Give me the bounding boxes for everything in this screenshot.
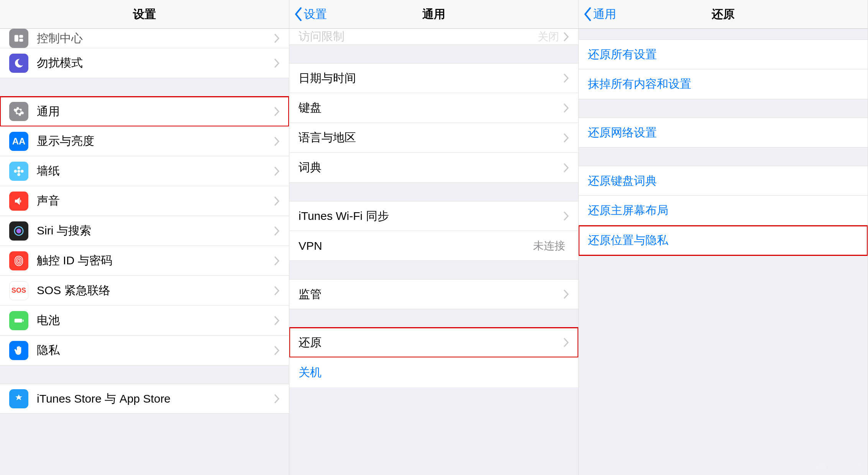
moon-icon: [9, 54, 28, 73]
chevron-right-icon: [274, 136, 280, 146]
row-label: 语言与地区: [299, 130, 563, 146]
spacer: [0, 78, 289, 97]
row-label: 还原位置与隐私: [588, 233, 858, 248]
settings-list: 控制中心 勿扰模式 通用 AA 显示与亮度: [0, 29, 289, 475]
back-label: 设置: [304, 7, 327, 22]
row-profiles[interactable]: 监管: [289, 279, 578, 309]
chevron-right-icon: [274, 106, 280, 116]
appstore-icon: [9, 389, 28, 408]
navbar-reset: 通用 还原: [579, 0, 868, 29]
row-label: 声音: [37, 193, 274, 209]
reset-list: 还原所有设置 抹掉所有内容和设置 还原网络设置 还原键盘词典 还原主屏幕布局 还…: [579, 29, 868, 475]
row-label: iTunes Wi-Fi 同步: [299, 208, 563, 224]
row-sounds[interactable]: 声音: [0, 186, 289, 216]
row-language-region[interactable]: 语言与地区: [289, 123, 578, 153]
spacer: [0, 365, 289, 384]
row-restrictions-partial[interactable]: 访问限制 关闭: [289, 29, 578, 45]
chevron-left-icon: [294, 7, 302, 21]
navbar-general: 设置 通用: [289, 0, 578, 29]
fingerprint-icon: [9, 251, 28, 270]
svg-point-9: [16, 228, 21, 233]
hand-icon: [9, 341, 28, 360]
spacer: [579, 147, 868, 166]
row-general[interactable]: 通用: [0, 97, 289, 126]
row-itunes-appstore[interactable]: iTunes Store 与 App Store: [0, 384, 289, 414]
row-label: VPN: [299, 239, 533, 252]
spacer: [579, 29, 868, 39]
row-reset[interactable]: 还原: [289, 328, 578, 357]
row-dictionary[interactable]: 词典: [289, 153, 578, 183]
svg-rect-1: [19, 35, 23, 38]
sos-icon: SOS: [9, 281, 28, 300]
row-label: 墙纸: [37, 163, 274, 179]
row-control-center[interactable]: 控制中心: [0, 29, 289, 48]
spacer: [289, 183, 578, 201]
chevron-right-icon: [274, 58, 280, 68]
row-label: 还原所有设置: [588, 47, 858, 62]
svg-point-7: [21, 170, 24, 173]
row-itunes-wifi-sync[interactable]: iTunes Wi-Fi 同步: [289, 201, 578, 231]
row-siri[interactable]: Siri 与搜索: [0, 216, 289, 246]
row-label: 关机: [299, 365, 569, 380]
svg-point-6: [14, 170, 17, 173]
svg-rect-11: [23, 319, 24, 321]
row-erase-all[interactable]: 抹掉所有内容和设置: [579, 69, 868, 99]
row-date-time[interactable]: 日期与时间: [289, 63, 578, 93]
row-sos[interactable]: SOS SOS 紧急联络: [0, 276, 289, 306]
svg-point-4: [17, 166, 20, 169]
nav-title: 还原: [712, 7, 735, 22]
row-label: 隐私: [37, 342, 274, 358]
chevron-right-icon: [274, 316, 280, 326]
row-dnd[interactable]: 勿扰模式: [0, 48, 289, 78]
row-label: 访问限制: [299, 29, 538, 44]
row-battery[interactable]: 电池: [0, 306, 289, 336]
panel-general: 设置 通用 访问限制 关闭 日期与时间 键盘 语言与地区: [289, 0, 579, 475]
nav-title: 通用: [422, 7, 445, 22]
row-value: 未连接: [533, 239, 565, 253]
row-label: 还原: [299, 335, 563, 351]
chevron-right-icon: [274, 286, 280, 296]
battery-icon: [9, 311, 28, 330]
row-vpn[interactable]: VPN 未连接: [289, 231, 578, 261]
row-label: 通用: [37, 104, 274, 120]
row-privacy[interactable]: 隐私: [0, 336, 289, 365]
row-label: 键盘: [299, 100, 563, 116]
row-reset-network[interactable]: 还原网络设置: [579, 118, 868, 147]
svg-point-3: [17, 170, 20, 173]
row-value: 关闭: [538, 29, 559, 44]
row-label: 还原网络设置: [588, 125, 858, 141]
speaker-icon: [9, 192, 28, 211]
row-label: 词典: [299, 160, 563, 175]
row-label: 控制中心: [37, 31, 274, 46]
chevron-right-icon: [563, 211, 569, 221]
panel-reset: 通用 还原 还原所有设置 抹掉所有内容和设置 还原网络设置 还原键盘词典 还原主…: [579, 0, 868, 475]
back-button[interactable]: 通用: [583, 0, 616, 28]
control-center-icon: [9, 29, 28, 48]
spacer: [579, 99, 868, 118]
chevron-right-icon: [274, 256, 280, 266]
gear-icon: [9, 102, 28, 121]
row-shutdown[interactable]: 关机: [289, 357, 578, 387]
svg-rect-0: [15, 35, 18, 42]
chevron-right-icon: [563, 289, 569, 299]
row-reset-location-privacy[interactable]: 还原位置与隐私: [579, 226, 868, 256]
general-list: 访问限制 关闭 日期与时间 键盘 语言与地区 词典: [289, 29, 578, 475]
nav-title: 设置: [133, 7, 156, 22]
chevron-left-icon: [583, 7, 592, 21]
aa-icon: AA: [9, 132, 28, 151]
row-wallpaper[interactable]: 墙纸: [0, 156, 289, 186]
chevron-right-icon: [563, 163, 569, 173]
svg-rect-2: [19, 39, 23, 42]
row-display[interactable]: AA 显示与亮度: [0, 126, 289, 156]
navbar-settings: 设置: [0, 0, 289, 29]
row-reset-all-settings[interactable]: 还原所有设置: [579, 39, 868, 69]
back-button[interactable]: 设置: [294, 0, 327, 28]
row-label: iTunes Store 与 App Store: [37, 391, 274, 407]
row-touchid[interactable]: 触控 ID 与密码: [0, 246, 289, 276]
row-keyboard[interactable]: 键盘: [289, 93, 578, 123]
spacer: [289, 309, 578, 328]
row-reset-keyboard-dict[interactable]: 还原键盘词典: [579, 166, 868, 196]
row-label: Siri 与搜索: [37, 223, 274, 239]
row-reset-home-layout[interactable]: 还原主屏幕布局: [579, 196, 868, 226]
chevron-right-icon: [563, 337, 569, 347]
